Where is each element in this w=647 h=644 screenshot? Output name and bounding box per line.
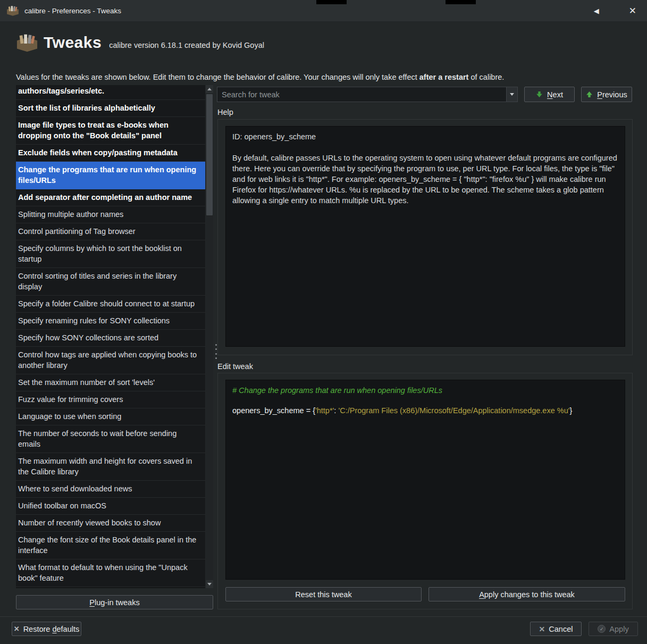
restore-defaults-label: Restore defaults — [23, 625, 80, 633]
tweak-list-item[interactable]: Exclude fields when copy/pasting metadat… — [16, 145, 205, 162]
tweak-list-item-label: The number of seconds to wait before sen… — [18, 429, 177, 448]
version-text: calibre version 6.18.1 created by Kovid … — [109, 41, 264, 49]
description-bold: after a restart — [419, 73, 469, 81]
tweak-list-item[interactable]: The number of seconds to wait before sen… — [16, 425, 205, 453]
search-input[interactable] — [217, 90, 506, 99]
preferences-tweaks-window: calibre - Preferences - Tweaks ◀ ✕ Tweak… — [0, 0, 647, 644]
tweak-list-item[interactable]: Change the font size of the Book details… — [16, 532, 205, 559]
tweak-list-item-label: Change the programs that are run when op… — [18, 165, 196, 185]
tweak-list-item-label: Set the maximum number of sort 'levels' — [18, 378, 155, 387]
calibre-logo-icon — [6, 5, 19, 16]
scrollbar-thumb[interactable] — [206, 94, 213, 215]
tweak-list-item[interactable]: Sort the list of libraries alphabeticall… — [16, 100, 205, 117]
tweak-list-item[interactable]: Control how tags are applied when copyin… — [16, 347, 205, 374]
description-post: of calibre. — [468, 73, 504, 81]
edit-tweak-group-label: Edit tweak — [217, 362, 253, 371]
search-dropdown-button[interactable] — [506, 87, 517, 102]
tweak-list-item[interactable]: The maximum width and height for covers … — [16, 453, 205, 481]
scrollbar-up-arrow-icon[interactable] — [206, 85, 213, 93]
tweak-code-editor[interactable]: # Change the programs that are run when … — [225, 380, 625, 580]
tweak-list-item[interactable]: Splitting multiple author names — [16, 206, 205, 223]
next-button[interactable]: Next — [524, 87, 575, 102]
tweak-list-item[interactable]: Set the maximum number of sort 'levels' — [16, 374, 205, 391]
page-title: Tweaks — [44, 33, 102, 52]
cancel-x-icon: ✕ — [539, 625, 545, 633]
code-comment-line: # Change the programs that are run when … — [232, 385, 618, 396]
tweak-list-item-label: Unified toolbar on macOS — [18, 501, 106, 510]
tweak-list-item-label: Language to use when sorting — [18, 412, 121, 421]
code-line: openers_by_scheme = {'http*': 'C:/Progra… — [232, 405, 618, 416]
tweak-list-item-label: Fuzz value for trimming covers — [18, 395, 123, 404]
tweak-list-item-label: The maximum width and height for covers … — [18, 457, 192, 476]
tweak-list-item[interactable]: Add separator after completing an author… — [16, 189, 205, 206]
code-pre: openers_by_scheme = { — [232, 406, 315, 415]
check-icon: ✓ — [598, 625, 606, 633]
tweak-list-item-label: Specify how SONY collections are sorted — [18, 333, 158, 342]
tweak-list-item[interactable]: Language to use when sorting — [16, 408, 205, 425]
next-button-label: Next — [547, 90, 563, 99]
screen-artifact — [316, 0, 347, 4]
tweak-list-item[interactable]: Specify a folder Calibre should connect … — [16, 296, 205, 313]
tweak-list-item[interactable]: Fuzz value for trimming covers — [16, 391, 205, 408]
tweak-list-item[interactable]: What format to default to when using the… — [16, 559, 205, 587]
tweak-list-item-label: Control sorting of titles and series in … — [18, 272, 177, 291]
code-post: } — [570, 406, 573, 415]
tweak-list-item-label: Specify a folder Calibre should connect … — [18, 299, 195, 308]
arrow-up-icon — [586, 91, 593, 98]
code-string-scheme: 'http*' — [315, 406, 334, 415]
reset-tweak-button[interactable]: Reset this tweak — [225, 587, 422, 601]
previous-button-label: Previous — [597, 90, 627, 99]
help-group-label: Help — [217, 108, 233, 116]
close-icon[interactable]: ✕ — [629, 6, 636, 15]
tweak-list-item[interactable]: Control partitioning of Tag browser — [16, 223, 205, 240]
tweak-list-item[interactable]: Specify how SONY collections are sorted — [16, 330, 205, 347]
help-body-text: By default, calibre passes URLs to the o… — [232, 153, 618, 206]
tweak-list-item-label: What format to default to when using the… — [18, 563, 188, 582]
tweak-list-item-label: Control partitioning of Tag browser — [18, 227, 136, 236]
tweak-list-item[interactable]: Number of recently viewed books to show — [16, 515, 205, 532]
list-scrollbar[interactable] — [206, 85, 213, 588]
tweak-list-item-label: Image file types to treat as e-books whe… — [18, 121, 169, 140]
tweak-list-item-label: Specify renaming rules for SONY collecti… — [18, 316, 170, 325]
titlebar-back-arrow-icon[interactable]: ◀ — [594, 7, 599, 15]
splitter-handle[interactable] — [214, 344, 218, 359]
plugin-tweaks-button[interactable]: Plug-in tweaks — [16, 595, 213, 609]
tweak-list-item-label: Control how tags are applied when copyin… — [18, 350, 197, 370]
apply-tweak-button[interactable]: Apply changes to this tweak — [428, 587, 625, 601]
arrow-down-icon — [536, 91, 543, 98]
tweak-list-item-label: authors/tags/series/etc. — [18, 87, 104, 95]
previous-button[interactable]: Previous — [581, 87, 632, 102]
tweak-list-item-label: Number of recently viewed books to show — [18, 518, 161, 527]
tweak-list-item[interactable]: Control sorting of titles and series in … — [16, 268, 205, 296]
code-string-path: 'C:/Program Files (x86)/Microsoft/Edge/A… — [338, 406, 569, 415]
tweak-list-item[interactable]: Image file types to treat as e-books whe… — [16, 117, 205, 145]
apply-button[interactable]: ✓ Apply — [589, 622, 638, 636]
tweak-list-item[interactable]: Change the programs that are run when op… — [16, 162, 205, 189]
tweak-list-item-label: Where to send downloaded news — [18, 484, 132, 493]
tweak-list-item[interactable]: Specify renaming rules for SONY collecti… — [16, 313, 205, 330]
scrollbar-down-arrow-icon[interactable] — [206, 580, 213, 588]
tweak-list-item[interactable]: authors/tags/series/etc. — [16, 85, 205, 100]
tweak-list-item-label: Splitting multiple author names — [18, 210, 123, 219]
tweak-list-item[interactable]: Where to send downloaded news — [16, 481, 205, 498]
footer-divider — [0, 616, 647, 617]
apply-button-label: Apply — [609, 625, 628, 633]
tweak-list-item-label: Add separator after completing an author… — [18, 193, 192, 202]
tweak-list-item-label: Specify columns by which to sort the boo… — [18, 244, 182, 263]
description-pre: Values for the tweaks are shown below. E… — [16, 73, 419, 81]
screen-artifact — [446, 0, 476, 4]
cancel-button[interactable]: ✕ Cancel — [530, 622, 582, 636]
tweak-list-item[interactable]: Unified toolbar on macOS — [16, 498, 205, 515]
cancel-button-label: Cancel — [549, 625, 573, 633]
tweak-list-item-label: Exclude fields when copy/pasting metadat… — [18, 148, 178, 157]
help-id-line: ID: openers_by_scheme — [232, 131, 618, 142]
tweak-list-item-label: Change the font size of the Book details… — [18, 536, 196, 555]
restore-defaults-button[interactable]: ✕ Restore defaults — [12, 622, 81, 636]
tweaks-icon — [16, 33, 38, 52]
tweak-list-item-label: Sort the list of libraries alphabeticall… — [18, 104, 155, 112]
tweaks-list[interactable]: authors/tags/series/etc. Sort the list o… — [16, 85, 205, 588]
tweak-list-item[interactable]: Specify columns by which to sort the boo… — [16, 240, 205, 268]
help-text-area[interactable]: ID: openers_by_scheme By default, calibr… — [225, 126, 625, 347]
page-header: Tweaks calibre version 6.18.1 created by… — [16, 33, 264, 52]
description-text: Values for the tweaks are shown below. E… — [16, 73, 631, 81]
